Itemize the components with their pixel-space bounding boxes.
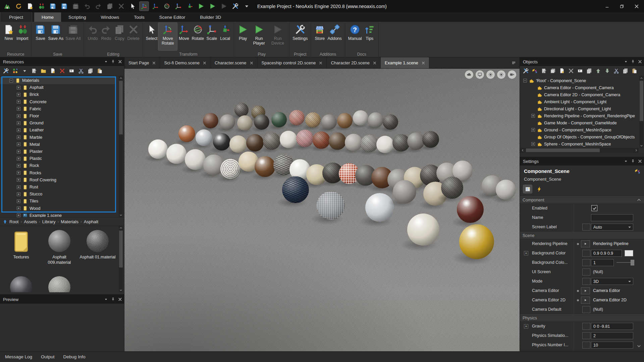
scene-tab-spaceship-control-2d-scene[interactable]: Spaceship control 2D.scene (258, 57, 327, 68)
scale-icon[interactable] (174, 2, 183, 11)
property-slider-field[interactable]: 1 (591, 259, 614, 266)
scroll-down-icon[interactable] (119, 288, 123, 292)
material-sphere[interactable] (441, 177, 463, 199)
tree-item-rocks[interactable]: +Rocks (0, 169, 115, 176)
tab-close-icon[interactable] (152, 61, 156, 65)
tree-expander[interactable]: + (531, 114, 535, 118)
material-sphere[interactable] (196, 129, 212, 146)
properties-tab[interactable] (523, 185, 532, 193)
tree-expander[interactable]: + (17, 121, 20, 125)
pin-icon[interactable] (111, 297, 115, 301)
frame-icon[interactable] (577, 68, 583, 74)
tree-item-ground[interactable]: +Ground (0, 120, 115, 127)
object-item[interactable]: +Ground - Component_MeshInSpace (520, 126, 639, 133)
tree-item-example-1-scene[interactable]: +Example 1.scene (0, 212, 115, 217)
pin-icon[interactable] (111, 60, 115, 64)
material-sphere[interactable] (422, 131, 439, 148)
material-sphere[interactable] (237, 115, 253, 131)
property-text-field[interactable]: 0 0 -9.81 (591, 323, 633, 330)
property-default-box[interactable] (582, 306, 590, 313)
object-item[interactable]: −'Root' - Component_Scene (520, 77, 639, 84)
copy-icon[interactable] (88, 68, 93, 74)
status-tab-output[interactable]: Output (41, 354, 55, 359)
material-sphere[interactable] (148, 139, 168, 159)
save-icon[interactable] (48, 2, 57, 11)
tree-item-leather[interactable]: +Leather (0, 127, 115, 134)
settings-icon[interactable] (231, 2, 240, 11)
new-icon[interactable] (25, 2, 35, 11)
rotate-icon[interactable] (162, 2, 171, 11)
tab-close-icon[interactable] (250, 61, 253, 65)
tree-expander[interactable]: + (17, 128, 20, 132)
store-button[interactable]: Store (313, 23, 326, 50)
clone-icon[interactable] (550, 68, 556, 74)
caretdn-icon[interactable] (22, 68, 28, 74)
minimize-button[interactable] (600, 0, 614, 12)
panel-menu-icon[interactable] (104, 297, 108, 301)
play-icon[interactable] (197, 2, 206, 11)
tree-item-plaster[interactable]: +Plaster (0, 148, 115, 155)
material-sphere[interactable] (376, 136, 394, 153)
material-sphere[interactable] (229, 135, 247, 153)
material-sphere[interactable] (407, 214, 439, 246)
sun-button[interactable] (497, 70, 505, 79)
property-expander[interactable]: + (524, 324, 528, 328)
material-sphere[interactable] (220, 114, 235, 130)
tab-close-icon[interactable] (319, 61, 322, 65)
status-tab-debug-info[interactable]: Debug Info (63, 354, 86, 359)
copy-icon[interactable] (623, 68, 628, 74)
refresh-icon[interactable] (14, 2, 23, 11)
rotate-button[interactable]: Rotate (191, 23, 205, 50)
close-button[interactable] (629, 0, 644, 12)
close-icon[interactable] (118, 297, 122, 301)
tree-item-concrete[interactable]: +Concrete (0, 98, 115, 105)
move-button[interactable]: Move (177, 23, 191, 50)
color-swatch[interactable] (625, 250, 633, 256)
camera-button[interactable] (508, 70, 516, 79)
folderstar-icon[interactable] (41, 68, 46, 74)
property-text-field[interactable]: 2 (591, 332, 633, 339)
tree-expander[interactable]: + (17, 100, 20, 104)
breadcrumb-item-assets[interactable]: Assets (24, 219, 37, 224)
slider-thumb[interactable] (631, 260, 634, 265)
objects-tree-hscrollbar[interactable] (520, 148, 639, 153)
wrench-icon[interactable] (3, 68, 9, 74)
material-sphere[interactable] (185, 149, 206, 170)
material-sphere[interactable] (178, 125, 195, 142)
material-sphere[interactable] (263, 132, 280, 150)
neoaxis-logo-icon[interactable] (3, 2, 12, 11)
reference-go-button[interactable] (581, 287, 590, 294)
ribbon-tab-project[interactable]: Project (0, 12, 32, 22)
objects-tree-scrollbar[interactable] (639, 76, 644, 148)
tree-expander[interactable]: + (17, 114, 20, 118)
copy-icon[interactable] (586, 68, 592, 74)
paste-icon[interactable] (632, 68, 637, 74)
reference-go-button[interactable] (581, 240, 590, 247)
object-item[interactable]: Camera Editor - Component_Camera (520, 84, 639, 91)
scene-tab-character-scene[interactable]: Character.scene (211, 57, 258, 68)
ribbon-tab-scene-editor[interactable]: Scene Editor (152, 12, 193, 22)
material-sphere[interactable] (457, 196, 484, 223)
material-sphere[interactable] (383, 114, 398, 130)
file-item-asphalt-01-material[interactable]: Asphalt 01.material (78, 228, 117, 272)
material-sphere[interactable] (321, 114, 337, 130)
property-color-field[interactable]: 0.9 0.9 0.9 (591, 250, 622, 257)
property-default-box[interactable] (582, 224, 590, 231)
tree-item-tiles[interactable]: +Tiles (0, 198, 115, 205)
scroll-left-icon[interactable] (520, 148, 525, 153)
material-sphere[interactable] (361, 135, 378, 152)
tree-item-marble[interactable]: +Marble (0, 134, 115, 141)
move-rotate-button[interactable]: Move Rotate (158, 23, 177, 50)
material-sphere[interactable] (313, 131, 330, 149)
tab-close-icon[interactable] (203, 61, 206, 65)
property-default-box[interactable] (582, 268, 590, 276)
viewport-3d[interactable] (124, 69, 520, 354)
material-sphere[interactable] (353, 110, 368, 126)
close-icon[interactable] (638, 60, 642, 64)
object-item[interactable]: Group Of Objects - Component_GroupOfObje… (520, 133, 639, 140)
delred-icon[interactable] (59, 68, 65, 74)
tree-expander[interactable]: − (523, 79, 527, 82)
material-sphere[interactable] (365, 193, 394, 222)
material-sphere[interactable] (213, 133, 230, 150)
property-text-field[interactable] (591, 214, 633, 221)
